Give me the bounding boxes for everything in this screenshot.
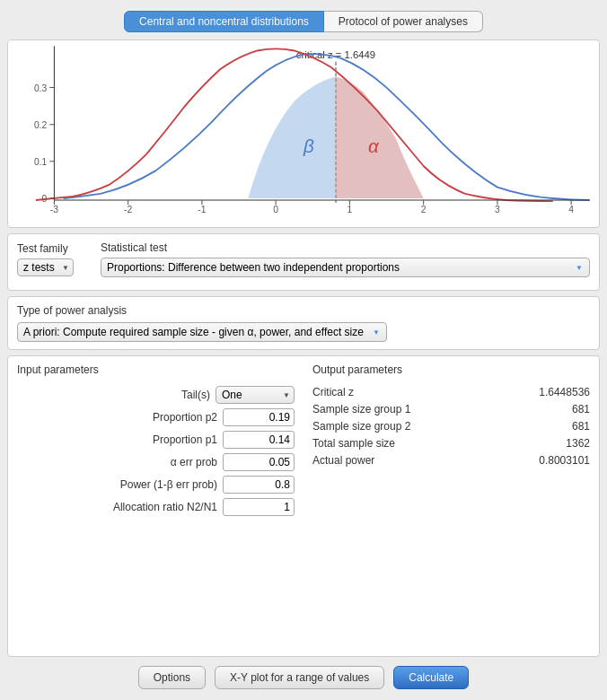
group1-row: Sample size group 1 681 [312, 403, 590, 416]
critical-z-out-value: 1.6448536 [527, 386, 590, 398]
svg-text:-1: -1 [198, 205, 206, 214]
alloc-label: Allocation ratio N2/N1 [17, 501, 217, 513]
total-label: Total sample size [312, 437, 522, 450]
power-type-select[interactable]: A priori: Compute required sample size -… [17, 322, 387, 342]
test-controls: Test family z tests Statistical test Pro… [7, 233, 600, 291]
options-button[interactable]: Options [138, 666, 206, 689]
svg-text:0.2: 0.2 [34, 120, 48, 130]
alloc-input[interactable] [223, 498, 295, 516]
params-grid: Input parameters Tail(s) One Proportion … [17, 363, 590, 516]
actual-power-value: 0.8003101 [527, 454, 590, 467]
xy-plot-button[interactable]: X-Y plot for a range of values [215, 666, 384, 689]
svg-text:0.1: 0.1 [34, 157, 48, 167]
actual-power-row: Actual power 0.8003101 [312, 454, 590, 467]
distribution-chart: critical z = 1.6449 β α -3 [8, 40, 599, 227]
alpha-row: α err prob [17, 453, 295, 471]
p2-label: Proportion p2 [17, 411, 217, 424]
power-row: Power (1-β err prob) [17, 476, 295, 494]
power-type-title: Type of power analysis [17, 304, 590, 317]
svg-text:0: 0 [41, 194, 47, 204]
group2-value: 681 [527, 420, 590, 433]
group1-value: 681 [527, 403, 590, 416]
tails-select[interactable]: One [216, 386, 295, 404]
p2-row: Proportion p2 [17, 408, 295, 426]
statistical-test-select-wrapper[interactable]: Proportions: Difference between two inde… [101, 258, 590, 277]
power-input[interactable] [223, 476, 295, 494]
p1-row: Proportion p1 [17, 431, 295, 449]
power-type-select-wrapper[interactable]: A priori: Compute required sample size -… [17, 322, 387, 342]
power-label: Power (1-β err prob) [17, 478, 217, 491]
group2-label: Sample size group 2 [312, 420, 522, 433]
p2-input[interactable] [223, 408, 295, 426]
svg-text:2: 2 [421, 205, 427, 214]
actual-power-label: Actual power [312, 454, 522, 467]
test-family-select-wrapper[interactable]: z tests [17, 258, 74, 276]
p1-label: Proportion p1 [17, 433, 217, 446]
statistical-test-label: Statistical test [101, 241, 590, 254]
test-family-select[interactable]: z tests [17, 258, 74, 276]
tab-bar: Central and noncentral distributions Pro… [7, 7, 600, 34]
total-row: Total sample size 1362 [312, 437, 590, 450]
params-section: Input parameters Tail(s) One Proportion … [7, 355, 600, 657]
tails-select-wrapper[interactable]: One [216, 386, 295, 404]
group2-row: Sample size group 2 681 [312, 420, 590, 433]
test-family-row: Test family z tests Statistical test Pro… [17, 241, 590, 277]
tails-row: Tail(s) One [17, 386, 295, 404]
svg-text:β: β [303, 136, 314, 156]
svg-text:-2: -2 [124, 205, 132, 214]
critical-z-row: Critical z 1.6448536 [312, 386, 590, 398]
statistical-test-select[interactable]: Proportions: Difference between two inde… [101, 258, 590, 277]
svg-text:0.3: 0.3 [34, 83, 48, 93]
svg-text:1: 1 [347, 205, 353, 214]
output-params-title: Output parameters [312, 363, 590, 376]
alpha-input[interactable] [223, 453, 295, 471]
input-params: Input parameters Tail(s) One Proportion … [17, 363, 295, 516]
svg-text:4: 4 [568, 205, 574, 214]
power-type-section: Type of power analysis A priori: Compute… [7, 296, 600, 350]
p1-input[interactable] [223, 431, 295, 449]
total-value: 1362 [527, 437, 590, 450]
input-params-title: Input parameters [17, 363, 295, 376]
alpha-err-label: α err prob [17, 456, 217, 468]
calculate-button[interactable]: Calculate [393, 666, 469, 689]
main-container: Central and noncentral distributions Pro… [0, 0, 607, 700]
tab-protocol[interactable]: Protocol of power analyses [324, 11, 483, 32]
critical-z-out-label: Critical z [312, 386, 522, 398]
svg-text:3: 3 [495, 205, 500, 214]
bottom-bar: Options X-Y plot for a range of values C… [7, 662, 600, 693]
tab-central[interactable]: Central and noncentral distributions [124, 11, 324, 32]
chart-area: critical z = 1.6449 β α -3 [7, 39, 600, 228]
group1-label: Sample size group 1 [312, 403, 522, 416]
svg-text:-3: -3 [50, 205, 58, 214]
test-family-label: Test family [17, 242, 74, 255]
output-params: Output parameters Critical z 1.6448536 S… [312, 363, 590, 516]
tails-label: Tail(s) [17, 389, 210, 401]
svg-text:0: 0 [273, 205, 278, 214]
svg-text:α: α [368, 136, 380, 156]
alloc-row: Allocation ratio N2/N1 [17, 498, 295, 516]
